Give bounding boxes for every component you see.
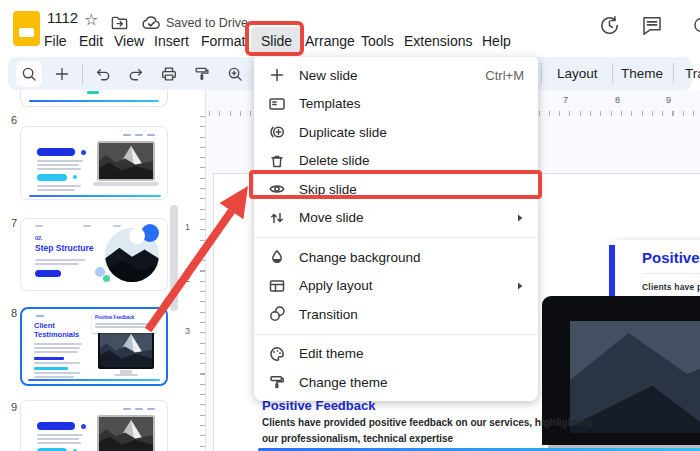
menu-item-change-theme[interactable]: Change theme bbox=[254, 368, 538, 397]
undo-icon[interactable] bbox=[90, 61, 116, 87]
templates-icon bbox=[268, 95, 286, 113]
menu-item-label: Change background bbox=[299, 250, 524, 265]
document-title[interactable]: 1112 bbox=[47, 9, 78, 26]
page-feedback-line2[interactable]: our professionalism, technical expertise bbox=[262, 433, 453, 444]
trash-icon bbox=[268, 152, 286, 170]
slide-number-8: 8 bbox=[7, 307, 21, 319]
menu-item-label: Move slide bbox=[299, 210, 516, 225]
annotation-box-slide-menu bbox=[245, 21, 304, 56]
menu-item-duplicate-slide[interactable]: Duplicate slide bbox=[254, 118, 538, 147]
menu-item-apply-layout[interactable]: Apply layout bbox=[254, 272, 538, 301]
menu-item-move-slide[interactable]: Move slide bbox=[254, 204, 538, 233]
thumb8-title: ClientTestimonials bbox=[34, 321, 79, 339]
toolbar-divider bbox=[82, 64, 83, 84]
menubar-item-insert[interactable]: Insert bbox=[154, 31, 189, 52]
feedback-card-line1: Clients have provided positive feedback … bbox=[642, 282, 700, 292]
submenu-arrow-icon bbox=[516, 281, 524, 291]
duplicate-icon bbox=[268, 123, 286, 141]
theme-button[interactable]: Theme bbox=[621, 57, 663, 90]
paint-roller-icon bbox=[268, 373, 286, 391]
menubar-item-view[interactable]: View bbox=[114, 31, 144, 52]
present-icon-partial[interactable] bbox=[693, 14, 700, 36]
layout-icon bbox=[268, 277, 286, 295]
menu-item-label: New slide bbox=[299, 68, 485, 83]
droplet-icon bbox=[268, 248, 286, 266]
google-slides-app: { "app": { "title": "1112", "saved_statu… bbox=[0, 0, 700, 451]
move-arrows-icon bbox=[268, 209, 286, 227]
history-icon[interactable] bbox=[598, 14, 621, 37]
toolbar-divider bbox=[541, 63, 542, 83]
print-icon[interactable] bbox=[156, 61, 182, 87]
transition-icon bbox=[268, 305, 286, 323]
menubar-item-help[interactable]: Help bbox=[482, 31, 511, 52]
slide-menu: New slide Ctrl+M Templates Duplicate sli… bbox=[254, 57, 538, 401]
search-menus-icon[interactable] bbox=[16, 61, 42, 87]
slide-thumbnail-9[interactable] bbox=[20, 400, 168, 451]
menu-item-label: Edit theme bbox=[299, 346, 524, 361]
thumb7-kicker: 02. bbox=[35, 235, 43, 241]
menu-item-label: Duplicate slide bbox=[299, 125, 524, 140]
annotation-arrow bbox=[140, 172, 260, 342]
transition-button[interactable]: Transition bbox=[685, 57, 700, 90]
menubar-item-edit[interactable]: Edit bbox=[79, 31, 103, 52]
menu-item-edit-theme[interactable]: Edit theme bbox=[254, 340, 538, 369]
menu-item-new-slide[interactable]: New slide Ctrl+M bbox=[254, 61, 538, 90]
slides-logo[interactable] bbox=[13, 11, 40, 46]
plus-icon bbox=[268, 66, 286, 84]
star-icon[interactable]: ☆ bbox=[84, 10, 98, 29]
menu-divider bbox=[254, 237, 538, 238]
menubar-item-tools[interactable]: Tools bbox=[361, 31, 394, 52]
menubar-item-file[interactable]: File bbox=[44, 31, 67, 52]
menu-item-label: Apply layout bbox=[299, 278, 516, 293]
menu-shortcut: Ctrl+M bbox=[485, 68, 524, 83]
slide-number-7: 7 bbox=[7, 217, 21, 229]
page-bottom-gradient bbox=[258, 448, 700, 451]
feedback-card-title: Positive Feedback bbox=[642, 249, 700, 266]
submenu-arrow-icon bbox=[516, 213, 524, 223]
menu-item-label: Transition bbox=[299, 307, 524, 322]
cloud-check-icon[interactable] bbox=[141, 15, 162, 30]
menubar-item-arrange[interactable]: Arrange bbox=[305, 31, 355, 52]
new-slide-icon[interactable] bbox=[49, 61, 75, 87]
toolbar-divider bbox=[612, 63, 613, 83]
move-folder-icon[interactable] bbox=[110, 13, 129, 32]
menu-item-templates[interactable]: Templates bbox=[254, 90, 538, 119]
laptop-image bbox=[97, 415, 155, 451]
redo-icon[interactable] bbox=[123, 61, 149, 87]
thumb7-title: Step Structure bbox=[35, 243, 94, 253]
zoom-in-icon[interactable] bbox=[222, 61, 248, 87]
slide-number-9: 9 bbox=[7, 401, 21, 413]
annotation-box-skip-slide bbox=[249, 170, 542, 199]
page-feedback-line1[interactable]: Clients have provided positive feedback … bbox=[262, 417, 592, 428]
menu-item-label: Templates bbox=[299, 96, 524, 111]
menubar-item-format[interactable]: Format bbox=[201, 31, 245, 52]
header: 1112 ☆ Saved to Drive File Edit View Ins… bbox=[0, 0, 700, 57]
menu-item-label: Change theme bbox=[299, 375, 524, 390]
menu-item-label: Delete slide bbox=[299, 153, 524, 168]
slide-number-6: 6 bbox=[7, 114, 21, 126]
menubar-item-extensions[interactable]: Extensions bbox=[404, 31, 472, 52]
saved-status: Saved to Drive bbox=[166, 16, 248, 30]
menu-item-change-background[interactable]: Change background bbox=[254, 243, 538, 272]
slide-thumbnail-5-partial[interactable] bbox=[20, 90, 168, 107]
palette-icon bbox=[268, 345, 286, 363]
toolbar-divider bbox=[673, 63, 674, 83]
paint-format-icon[interactable] bbox=[189, 61, 215, 87]
layout-button[interactable]: Layout bbox=[557, 57, 598, 90]
menu-divider bbox=[254, 334, 538, 335]
comment-icon[interactable] bbox=[641, 14, 663, 36]
menu-item-transition[interactable]: Transition bbox=[254, 300, 538, 329]
